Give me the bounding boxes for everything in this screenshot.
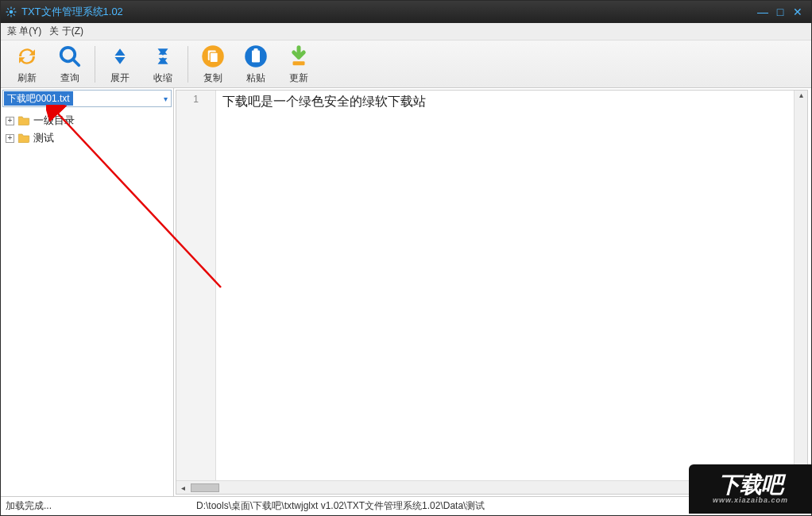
editor-text: 下载吧是一个绿色安全的绿软下载站 — [222, 94, 426, 108]
search-button[interactable]: 查询 — [48, 42, 91, 87]
tree-item[interactable]: + 测试 — [2, 129, 172, 147]
refresh-icon — [14, 43, 41, 70]
editor-wrap: 1 下载吧是一个绿色安全的绿软下载站 ▴ ▾ ◂ — [174, 88, 811, 496]
copy-icon — [199, 43, 226, 70]
menu-file[interactable]: 菜 单(Y) — [7, 25, 41, 38]
horizontal-scrollbar[interactable]: ◂ — [176, 480, 794, 494]
app-icon — [6, 6, 17, 17]
search-icon — [56, 43, 83, 70]
search-label: 查询 — [60, 71, 79, 85]
file-combo-selected: 下载吧0001.txt — [4, 91, 73, 106]
menu-about[interactable]: 关 于(Z) — [49, 25, 83, 38]
svg-line-7 — [7, 14, 9, 16]
toolbar-separator — [188, 46, 188, 83]
svg-rect-15 — [252, 51, 260, 63]
text-editor[interactable]: 1 下载吧是一个绿色安全的绿软下载站 ▴ ▾ ◂ — [176, 90, 808, 495]
update-label: 更新 — [289, 71, 308, 85]
expand-button[interactable]: 展开 — [99, 42, 141, 87]
svg-rect-17 — [293, 61, 305, 65]
svg-point-0 — [10, 10, 14, 14]
file-combo[interactable]: 下载吧0001.txt ▾ — [2, 90, 172, 107]
refresh-button[interactable]: 刷新 — [6, 42, 48, 87]
svg-rect-13 — [210, 52, 218, 63]
editor-content[interactable]: 下载吧是一个绿色安全的绿软下载站 — [216, 90, 807, 494]
paste-label: 粘贴 — [246, 71, 265, 85]
tree-item-label: 测试 — [33, 131, 54, 145]
status-path: D:\tools\桌面\下载吧\txtwjglxt v1.02\TXT文件管理系… — [191, 499, 811, 513]
vertical-scrollbar[interactable]: ▴ ▾ — [794, 90, 807, 479]
titlebar: TXT文件管理系统1.02 — □ ✕ — [1, 1, 811, 23]
scroll-down-icon[interactable]: ▾ — [799, 471, 803, 479]
update-icon — [285, 43, 312, 70]
sidebar: 下载吧0001.txt ▾ + 一级目录 + 测试 — [1, 88, 174, 496]
tree-item[interactable]: + 一级目录 — [2, 112, 172, 129]
update-button[interactable]: 更新 — [277, 42, 320, 87]
expand-toggle-icon[interactable]: + — [6, 117, 14, 125]
svg-line-5 — [7, 8, 9, 10]
line-number: 1 — [176, 94, 215, 105]
minimize-button[interactable]: — — [754, 5, 771, 19]
folder-icon — [17, 114, 30, 128]
body-area: 下载吧0001.txt ▾ + 一级目录 + 测试 — [1, 88, 811, 496]
scroll-left-icon[interactable]: ◂ — [176, 483, 190, 492]
app-window: TXT文件管理系统1.02 — □ ✕ 菜 单(Y) 关 于(Z) 刷新 查询 — [0, 0, 812, 516]
status-message: 加载完成... — [1, 499, 191, 513]
expand-icon — [106, 43, 133, 70]
close-button[interactable]: ✕ — [789, 5, 806, 19]
svg-line-8 — [14, 8, 15, 10]
collapse-button[interactable]: 收缩 — [141, 42, 184, 87]
line-gutter: 1 — [176, 90, 216, 494]
collapse-label: 收缩 — [153, 71, 172, 85]
svg-line-10 — [73, 60, 79, 66]
refresh-label: 刷新 — [17, 71, 37, 85]
folder-icon — [17, 132, 30, 145]
copy-button[interactable]: 复制 — [191, 42, 234, 87]
statusbar: 加载完成... D:\tools\桌面\下载吧\txtwjglxt v1.02\… — [1, 496, 811, 515]
tree-item-label: 一级目录 — [33, 114, 75, 128]
window-title: TXT文件管理系统1.02 — [21, 5, 123, 19]
toolbar: 刷新 查询 展开 收缩 复制 — [1, 40, 811, 88]
svg-line-6 — [14, 14, 15, 16]
svg-rect-16 — [254, 48, 258, 52]
maximize-button[interactable]: □ — [771, 5, 789, 19]
scroll-up-icon[interactable]: ▴ — [799, 90, 803, 99]
collapse-icon — [149, 43, 176, 70]
chevron-down-icon: ▾ — [164, 94, 168, 103]
scroll-thumb[interactable] — [191, 483, 219, 492]
paste-button[interactable]: 粘贴 — [234, 42, 277, 87]
menubar: 菜 单(Y) 关 于(Z) — [1, 23, 811, 40]
toolbar-separator — [95, 46, 95, 83]
expand-label: 展开 — [110, 71, 130, 85]
expand-toggle-icon[interactable]: + — [6, 134, 14, 143]
folder-tree: + 一级目录 + 测试 — [1, 109, 173, 496]
paste-icon — [242, 43, 269, 70]
copy-label: 复制 — [203, 71, 222, 85]
